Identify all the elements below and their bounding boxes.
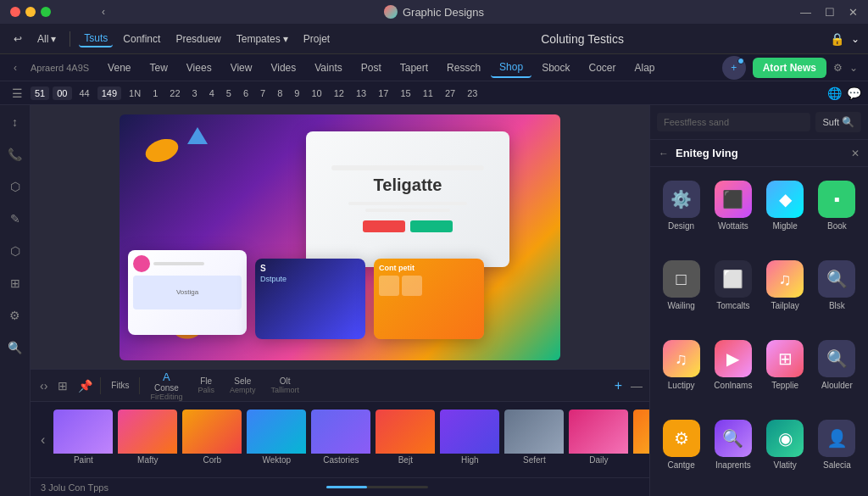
app-item-aloulder[interactable]: 🔍 Aloulder [813,333,861,410]
bt-pin[interactable]: 📌 [75,376,95,395]
nav-tab-tapert[interactable]: Tapert [392,59,437,77]
sidebar-tool-7[interactable]: ⚙ [5,305,25,326]
thumb-ple[interactable]: Ple [633,410,649,471]
thumb-prev-button[interactable]: ‹ [37,432,48,448]
num-51[interactable]: 51 [31,86,49,100]
bt-item-sele[interactable]: Sele Aempty [225,375,261,396]
expand-nav-icon[interactable]: ⌄ [849,62,858,74]
sidebar-tool-4[interactable]: ✎ [5,209,25,229]
num-17[interactable]: 17 [374,86,392,100]
num-149[interactable]: 149 [97,86,121,100]
nav-tab-view[interactable]: View [222,59,261,77]
window-controls[interactable] [10,7,51,17]
app-item-cantge[interactable]: ⚙ Cantge [657,413,705,489]
thumb-sefert[interactable]: Sefert [504,410,564,471]
settings-icon[interactable]: ⚙ [833,62,843,74]
num-22[interactable]: 22 [165,86,184,100]
chat-icon[interactable]: 💬 [847,86,861,100]
thumb-high[interactable]: High [440,410,499,471]
app-item-wottaits[interactable]: ⬛ Wottaits [709,174,757,250]
app-item-migble[interactable]: ◆ Migble [761,174,810,250]
app-item-design[interactable]: ⚙️ Design [657,174,705,250]
rp-search-button[interactable]: Suft 🔍 [815,112,861,132]
action-button[interactable]: Atort News [753,58,826,78]
thumb-corb[interactable]: Corb [182,410,242,471]
menu-icon[interactable]: ☰ [7,83,27,103]
num-8[interactable]: 8 [273,86,287,100]
app-item-book[interactable]: ▪ Book [813,174,861,250]
close-button[interactable] [10,7,20,17]
sidebar-tool-8[interactable]: 🔍 [5,337,25,358]
num-5[interactable]: 5 [222,86,236,100]
sidebar-tool-3[interactable]: ⬡ [5,176,25,197]
thumb-daily[interactable]: Daily [569,410,628,471]
bt-item-olt[interactable]: Olt Tallimort [265,375,304,396]
sidebar-tool-2[interactable]: 📞 [5,144,25,164]
app-item-conlnams[interactable]: ▶ Conlnams [709,333,757,410]
bt-grid[interactable]: ⊞ [55,376,70,395]
notification-button[interactable]: + [722,56,746,80]
num-44[interactable]: 44 [75,86,94,100]
num-9[interactable]: 9 [290,86,303,100]
num-7[interactable]: 7 [256,86,270,100]
bt-add-button[interactable]: + [615,378,622,393]
nav-tab-post[interactable]: Post [353,59,390,77]
num-4[interactable]: 4 [205,86,219,100]
window-close-icon[interactable]: ✕ [849,6,858,19]
maximize-button[interactable] [41,7,51,17]
thumb-bejt[interactable]: Bejt [376,410,435,471]
num-27[interactable]: 27 [441,86,459,100]
nav-tab-cocer[interactable]: Cocer [581,59,625,77]
rp-back-button[interactable]: ← [659,148,669,159]
globe-icon[interactable]: 🌐 [827,86,842,100]
sidebar-tool-1[interactable]: ↕ [5,112,25,132]
all-dropdown[interactable]: All ▾ [32,31,61,47]
rp-search-input[interactable] [657,113,810,131]
app-item-blsk[interactable]: 🔍 Blsk [813,254,861,330]
title-right-controls[interactable]: — ☐ ✕ [800,6,858,19]
tab-presduew[interactable]: Presduew [170,31,225,47]
num-15[interactable]: 15 [396,86,415,100]
app-item-tomcalts[interactable]: ⬜ Tomcalts [709,254,757,330]
window-restore-icon[interactable]: ☐ [825,6,835,19]
app-item-inaprents[interactable]: 🔍 Inaprents [709,413,757,489]
sidebar-tool-5[interactable]: ⬡ [5,241,25,261]
nav-tab-alap[interactable]: Alap [626,59,664,77]
tab-tsuts[interactable]: Tsuts [79,31,113,47]
thumb-paint[interactable]: Paint [53,410,113,471]
app-item-salecia[interactable]: 👤 Salecia [813,413,861,489]
tab-confinct[interactable]: Confinct [118,31,165,47]
app-item-vlatity[interactable]: ◉ Vlatity [761,413,810,489]
nav-tab-tew[interactable]: Tew [141,59,175,77]
tab-tempates[interactable]: Tempates ▾ [231,31,293,47]
app-item-luctipy[interactable]: ♫ Luctipy [657,333,705,410]
num-12[interactable]: 12 [330,86,348,100]
nav-tab-vene[interactable]: Vene [99,59,139,77]
num-1[interactable]: 1 [148,86,162,100]
num-23[interactable]: 23 [463,86,481,100]
bt-item-fitks[interactable]: Fitks [106,379,134,392]
sidebar-tool-6[interactable]: ⊞ [5,273,25,293]
nav-tab-vides[interactable]: Vides [262,59,304,77]
nav-tab-shop[interactable]: Shop [491,58,531,78]
bt-collapse-button[interactable]: — [631,379,643,393]
num-1n[interactable]: 1N [125,86,145,100]
num-6[interactable]: 6 [239,86,253,100]
num-13[interactable]: 13 [352,86,370,100]
nav-tab-sbock[interactable]: Sbock [533,59,578,77]
nav-tab-ressch[interactable]: Ressch [438,59,489,77]
tab-projet[interactable]: Projet [298,31,335,47]
app-item-wailing[interactable]: □ Wailing [657,254,705,330]
app-item-tailplay[interactable]: ♫ Tailplay [761,254,810,330]
thumb-mafty[interactable]: Mafty [118,410,177,471]
bt-nav-left[interactable]: ‹› [37,376,50,395]
thumb-castories[interactable]: Castories [311,410,370,471]
canvas-content[interactable]: Teligatte 5 Vostiga [31,105,649,369]
undo-button[interactable]: ↩ [8,31,27,47]
num-3[interactable]: 3 [188,86,202,100]
window-minimize-icon[interactable]: — [800,6,811,19]
num-11[interactable]: 11 [419,86,437,100]
bt-item-conse[interactable]: A Conse FirEditing [145,369,187,403]
nav-prev-icon[interactable]: ‹ [10,62,20,74]
app-item-tepplie[interactable]: ⊞ Tepplie [761,333,810,410]
